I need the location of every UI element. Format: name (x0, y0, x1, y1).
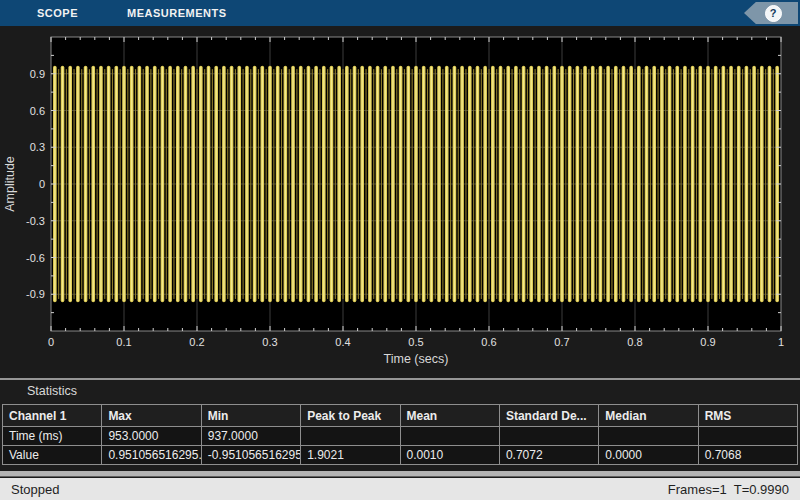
y-tick-label: 0.3 (30, 141, 45, 153)
x-tick-label: 0 (48, 336, 54, 348)
table-cell: 953.0000 (102, 427, 201, 446)
x-tick-label: 0.1 (116, 336, 131, 348)
table-cell: 1.9021 (301, 446, 400, 465)
table-header-cell: Max (102, 405, 201, 427)
status-frames: Frames=1 T=0.9990 (668, 482, 789, 497)
table-cell (698, 427, 797, 446)
toolstrip: SCOPE MEASUREMENTS ? (0, 0, 800, 26)
x-tick-label: 0.7 (554, 336, 569, 348)
table-row: Value0.951056516295...-0.951056516295...… (3, 446, 798, 465)
signal-channel-1 (55, 67, 777, 300)
status-state: Stopped (11, 482, 59, 497)
help-icon: ? (765, 5, 782, 22)
table-cell: Time (ms) (3, 427, 102, 446)
x-axis-label: Time (secs) (384, 352, 449, 366)
scope-window: SCOPE MEASUREMENTS ? 00.10.20.30.40.50.6… (0, 0, 800, 500)
x-tick-labels: 00.10.20.30.40.50.60.70.80.91 (48, 336, 784, 348)
table-cell: 0.7068 (698, 446, 797, 465)
x-tick-label: 0.3 (262, 336, 277, 348)
y-tick-label: 0.6 (30, 105, 45, 117)
table-header-cell: Min (201, 405, 300, 427)
tab-measurements[interactable]: MEASUREMENTS (127, 7, 227, 19)
tab-scope[interactable]: SCOPE (37, 7, 78, 19)
x-tick-label: 0.4 (335, 336, 350, 348)
table-cell: -0.951056516295... (201, 446, 300, 465)
y-tick-label: -0.6 (26, 252, 45, 264)
plot-figure: 00.10.20.30.40.50.60.70.80.91-0.9-0.6-0.… (0, 26, 800, 379)
table-header-cell: RMS (698, 405, 797, 427)
x-tick-label: 1 (778, 336, 784, 348)
table-cell: 0.0010 (400, 446, 499, 465)
table-cell: 0.7072 (499, 446, 598, 465)
status-bar: Stopped Frames=1 T=0.9990 (0, 478, 800, 500)
table-header-cell: Peak to Peak (301, 405, 400, 427)
y-tick-label: -0.3 (26, 215, 45, 227)
table-cell: 0.0000 (599, 446, 698, 465)
scope-plot-canvas[interactable]: 00.10.20.30.40.50.60.70.80.91-0.9-0.6-0.… (0, 26, 800, 379)
statistics-table-header: Channel 1MaxMinPeak to PeakMeanStandard … (3, 405, 798, 427)
x-tick-label: 0.9 (700, 336, 715, 348)
table-cell (400, 427, 499, 446)
table-cell (301, 427, 400, 446)
table-header-cell: Mean (400, 405, 499, 427)
table-cell (499, 427, 598, 446)
x-tick-label: 0.8 (627, 336, 642, 348)
scroll-strip[interactable] (0, 471, 800, 477)
table-header-cell: Median (599, 405, 698, 427)
table-header-cell: Standard De... (499, 405, 598, 427)
y-tick-labels: -0.9-0.6-0.300.30.60.9 (26, 68, 45, 301)
table-row: Time (ms)953.0000937.0000 (3, 427, 798, 446)
table-header-cell: Channel 1 (3, 405, 102, 427)
table-header-row: Channel 1MaxMinPeak to PeakMeanStandard … (3, 405, 798, 427)
y-axis-label: Amplitude (3, 156, 17, 212)
y-tick-label: -0.9 (26, 288, 45, 300)
table-cell: 937.0000 (201, 427, 300, 446)
statistics-table: Channel 1MaxMinPeak to PeakMeanStandard … (2, 404, 798, 465)
statistics-panel: Statistics Channel 1MaxMinPeak to PeakMe… (0, 380, 800, 471)
statistics-title: Statistics (27, 384, 77, 398)
statistics-table-body: Time (ms)953.0000937.0000Value0.95105651… (3, 427, 798, 465)
table-cell: 0.951056516295... (102, 446, 201, 465)
y-tick-label: 0 (39, 178, 45, 190)
table-cell (599, 427, 698, 446)
x-tick-label: 0.6 (481, 336, 496, 348)
table-cell: Value (3, 446, 102, 465)
x-tick-label: 0.2 (189, 336, 204, 348)
x-tick-label: 0.5 (408, 336, 423, 348)
help-button[interactable]: ? (744, 2, 798, 24)
y-tick-label: 0.9 (30, 68, 45, 80)
